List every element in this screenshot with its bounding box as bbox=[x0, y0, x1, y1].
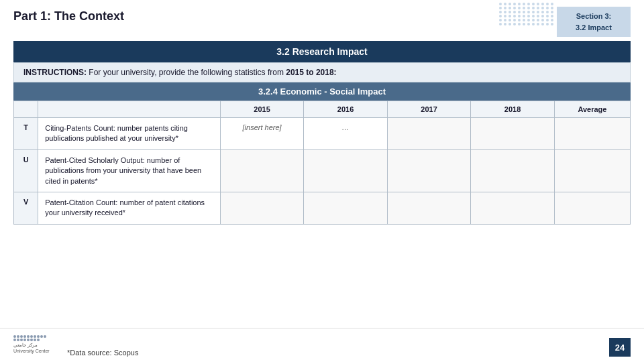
subsection-header: 3.2.4 Economic - Social Impact bbox=[13, 82, 631, 101]
col-header-empty2 bbox=[38, 101, 221, 118]
footer-logo: مركز جامعي University Center bbox=[13, 333, 60, 357]
section-badge-line2: 3.2 Impact bbox=[566, 22, 621, 34]
row-id-v: V bbox=[14, 192, 38, 224]
row-u-2017[interactable] bbox=[387, 149, 470, 192]
row-t-avg[interactable] bbox=[554, 118, 630, 150]
col-header-2018: 2018 bbox=[471, 101, 554, 118]
instructions-prefix: INSTRUCTIONS: bbox=[23, 68, 89, 77]
row-v-avg[interactable] bbox=[554, 192, 630, 224]
header: Part 1: The Context Section 3: 3.2 Impac… bbox=[0, 0, 644, 41]
row-t-2015[interactable]: [insert here] bbox=[220, 118, 303, 150]
col-header-2016: 2016 bbox=[304, 101, 387, 118]
instructions-text: INSTRUCTIONS: For your university, provi… bbox=[23, 68, 337, 77]
col-header-empty1 bbox=[14, 101, 38, 118]
footer: مركز جامعي University Center *Data sourc… bbox=[0, 328, 644, 362]
logo-placeholder: مركز جامعي University Center bbox=[13, 333, 60, 357]
part-title: Part 1: The Context bbox=[13, 7, 124, 23]
col-header-2017: 2017 bbox=[387, 101, 470, 118]
row-v-2016[interactable] bbox=[304, 192, 387, 224]
table-header-row: 2015 2016 2017 2018 Average bbox=[14, 101, 631, 118]
instructions-row: INSTRUCTIONS: For your university, provi… bbox=[13, 62, 631, 82]
logo-text: مركز جامعي University Center bbox=[13, 343, 60, 354]
logo-dots-grid bbox=[13, 335, 47, 341]
page-number: 24 bbox=[609, 338, 631, 357]
row-t-2018[interactable] bbox=[471, 118, 554, 150]
col-header-2015: 2015 bbox=[220, 101, 303, 118]
col-header-average: Average bbox=[554, 101, 630, 118]
instructions-body: For your university, provide the followi… bbox=[89, 68, 336, 77]
row-t-2016[interactable]: … bbox=[304, 118, 387, 150]
row-v-2018[interactable] bbox=[471, 192, 554, 224]
instructions-range: 2015 to 2018: bbox=[286, 68, 336, 77]
row-t-2017[interactable] bbox=[387, 118, 470, 150]
table-row: T Citing-Patents Count: number patents c… bbox=[14, 118, 631, 150]
section-badge: Section 3: 3.2 Impact bbox=[557, 7, 631, 37]
row-v-2017[interactable] bbox=[387, 192, 470, 224]
table-row: U Patent-Cited Scholarly Output: number … bbox=[14, 149, 631, 192]
row-desc-v: Patent-Citation Count: number of patent … bbox=[38, 192, 221, 224]
row-u-2018[interactable] bbox=[471, 149, 554, 192]
main-content: 3.2 Research Impact INSTRUCTIONS: For yo… bbox=[0, 41, 644, 225]
row-u-2015[interactable] bbox=[220, 149, 303, 192]
row-v-2015[interactable] bbox=[220, 192, 303, 224]
row-u-2016[interactable] bbox=[304, 149, 387, 192]
row-id-u: U bbox=[14, 149, 38, 192]
row-desc-t: Citing-Patents Count: number patents cit… bbox=[38, 118, 221, 150]
data-table: 2015 2016 2017 2018 Average T Citing-Pat… bbox=[13, 101, 631, 225]
section-title-bar: 3.2 Research Impact bbox=[13, 41, 631, 62]
row-id-t: T bbox=[14, 118, 38, 150]
footer-datasource: *Data source: Scopus bbox=[60, 349, 609, 357]
row-desc-u: Patent-Cited Scholarly Output: number of… bbox=[38, 149, 221, 192]
table-row: V Patent-Citation Count: number of paten… bbox=[14, 192, 631, 224]
section-badge-line1: Section 3: bbox=[566, 11, 621, 22]
row-u-avg[interactable] bbox=[554, 149, 630, 192]
